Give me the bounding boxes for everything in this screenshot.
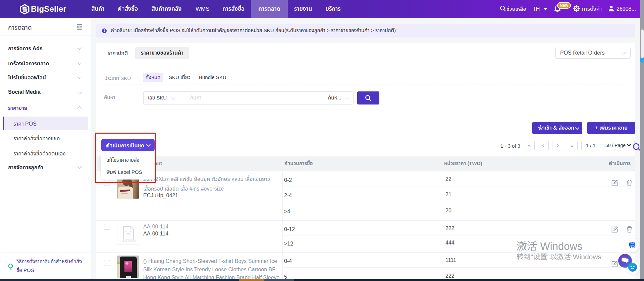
svg-text:No Image: No Image — [123, 239, 136, 242]
